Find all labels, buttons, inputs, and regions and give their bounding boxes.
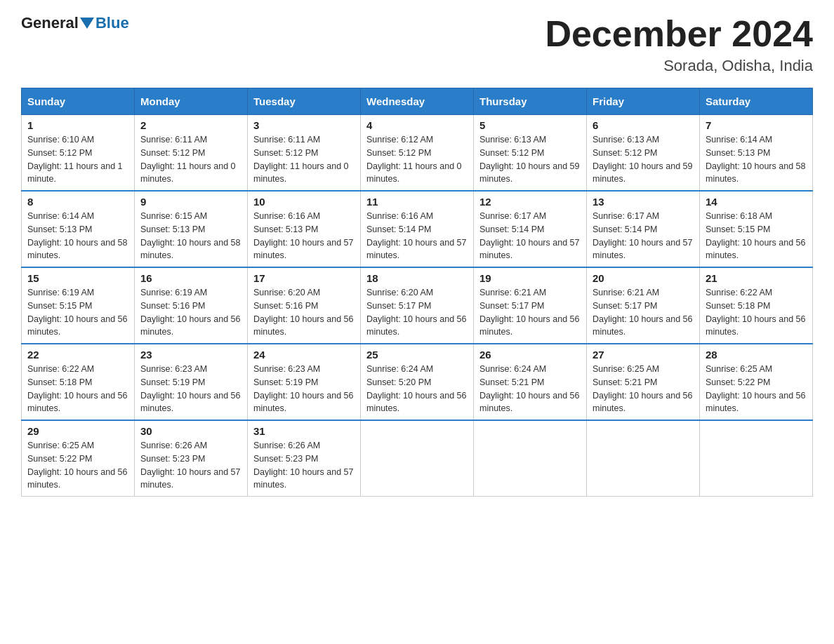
day-number: 31 [253, 425, 355, 437]
day-info: Sunrise: 6:22 AMSunset: 5:18 PMDaylight:… [27, 364, 127, 413]
day-info: Sunrise: 6:17 AMSunset: 5:14 PMDaylight:… [479, 211, 579, 260]
day-info: Sunrise: 6:12 AMSunset: 5:12 PMDaylight:… [366, 135, 462, 184]
calendar-cell [587, 420, 700, 497]
day-info: Sunrise: 6:20 AMSunset: 5:17 PMDaylight:… [366, 288, 466, 337]
day-number: 9 [140, 196, 241, 208]
day-number: 2 [140, 119, 241, 131]
day-number: 1 [27, 119, 128, 131]
logo-general-text: General [21, 14, 79, 32]
calendar-table: SundayMondayTuesdayWednesdayThursdayFrid… [21, 88, 813, 497]
calendar-cell: 18 Sunrise: 6:20 AMSunset: 5:17 PMDaylig… [361, 267, 474, 344]
calendar-cell: 19 Sunrise: 6:21 AMSunset: 5:17 PMDaylig… [474, 267, 587, 344]
calendar-week-row: 1 Sunrise: 6:10 AMSunset: 5:12 PMDayligh… [22, 115, 813, 192]
calendar-cell: 12 Sunrise: 6:17 AMSunset: 5:14 PMDaylig… [474, 191, 587, 267]
day-number: 10 [253, 196, 355, 208]
day-info: Sunrise: 6:25 AMSunset: 5:21 PMDaylight:… [593, 364, 692, 413]
day-number: 7 [706, 119, 807, 131]
day-number: 4 [366, 119, 468, 131]
day-info: Sunrise: 6:14 AMSunset: 5:13 PMDaylight:… [27, 211, 127, 260]
header-sunday: Sunday [22, 88, 135, 115]
calendar-cell [474, 420, 587, 497]
calendar-cell: 5 Sunrise: 6:13 AMSunset: 5:12 PMDayligh… [474, 115, 587, 192]
day-info: Sunrise: 6:25 AMSunset: 5:22 PMDaylight:… [706, 364, 805, 413]
page-header: General Blue December 2024 Sorada, Odish… [21, 14, 813, 75]
day-info: Sunrise: 6:22 AMSunset: 5:18 PMDaylight:… [706, 288, 805, 337]
day-info: Sunrise: 6:21 AMSunset: 5:17 PMDaylight:… [479, 288, 579, 337]
calendar-cell: 16 Sunrise: 6:19 AMSunset: 5:16 PMDaylig… [135, 267, 248, 344]
day-info: Sunrise: 6:26 AMSunset: 5:23 PMDaylight:… [253, 441, 353, 490]
calendar-cell: 27 Sunrise: 6:25 AMSunset: 5:21 PMDaylig… [587, 344, 700, 420]
day-info: Sunrise: 6:17 AMSunset: 5:14 PMDaylight:… [593, 211, 692, 260]
calendar-cell: 2 Sunrise: 6:11 AMSunset: 5:12 PMDayligh… [135, 115, 248, 192]
calendar-cell: 29 Sunrise: 6:25 AMSunset: 5:22 PMDaylig… [22, 420, 135, 497]
calendar-cell: 9 Sunrise: 6:15 AMSunset: 5:13 PMDayligh… [135, 191, 248, 267]
day-info: Sunrise: 6:19 AMSunset: 5:16 PMDaylight:… [140, 288, 240, 337]
day-info: Sunrise: 6:20 AMSunset: 5:16 PMDaylight:… [253, 288, 353, 337]
calendar-cell: 13 Sunrise: 6:17 AMSunset: 5:14 PMDaylig… [587, 191, 700, 267]
day-number: 26 [479, 349, 581, 361]
day-info: Sunrise: 6:15 AMSunset: 5:13 PMDaylight:… [140, 211, 240, 260]
calendar-cell: 17 Sunrise: 6:20 AMSunset: 5:16 PMDaylig… [248, 267, 361, 344]
day-number: 18 [366, 272, 468, 284]
calendar-cell: 31 Sunrise: 6:26 AMSunset: 5:23 PMDaylig… [248, 420, 361, 497]
day-info: Sunrise: 6:14 AMSunset: 5:13 PMDaylight:… [706, 135, 805, 184]
day-info: Sunrise: 6:16 AMSunset: 5:14 PMDaylight:… [366, 211, 466, 260]
day-info: Sunrise: 6:18 AMSunset: 5:15 PMDaylight:… [706, 211, 805, 260]
day-number: 21 [706, 272, 807, 284]
day-info: Sunrise: 6:10 AMSunset: 5:12 PMDaylight:… [27, 135, 123, 184]
day-number: 29 [27, 425, 128, 437]
day-number: 20 [593, 272, 694, 284]
day-number: 6 [593, 119, 694, 131]
day-info: Sunrise: 6:13 AMSunset: 5:12 PMDaylight:… [593, 135, 692, 184]
calendar-cell: 8 Sunrise: 6:14 AMSunset: 5:13 PMDayligh… [22, 191, 135, 267]
calendar-cell: 1 Sunrise: 6:10 AMSunset: 5:12 PMDayligh… [22, 115, 135, 192]
day-number: 25 [366, 349, 468, 361]
day-info: Sunrise: 6:11 AMSunset: 5:12 PMDaylight:… [253, 135, 349, 184]
day-number: 13 [593, 196, 694, 208]
day-info: Sunrise: 6:24 AMSunset: 5:20 PMDaylight:… [366, 364, 466, 413]
day-info: Sunrise: 6:13 AMSunset: 5:12 PMDaylight:… [479, 135, 579, 184]
day-number: 5 [479, 119, 581, 131]
month-title: December 2024 [545, 14, 813, 54]
day-number: 8 [27, 196, 128, 208]
header-thursday: Thursday [474, 88, 587, 115]
calendar-cell: 26 Sunrise: 6:24 AMSunset: 5:21 PMDaylig… [474, 344, 587, 420]
calendar-week-row: 8 Sunrise: 6:14 AMSunset: 5:13 PMDayligh… [22, 191, 813, 267]
day-number: 28 [706, 349, 807, 361]
logo-blue-text: Blue [95, 14, 129, 32]
day-info: Sunrise: 6:25 AMSunset: 5:22 PMDaylight:… [27, 441, 127, 490]
title-area: December 2024 Sorada, Odisha, India [545, 14, 813, 75]
day-info: Sunrise: 6:16 AMSunset: 5:13 PMDaylight:… [253, 211, 353, 260]
calendar-cell: 23 Sunrise: 6:23 AMSunset: 5:19 PMDaylig… [135, 344, 248, 420]
calendar-cell: 7 Sunrise: 6:14 AMSunset: 5:13 PMDayligh… [700, 115, 813, 192]
day-number: 23 [140, 349, 241, 361]
header-friday: Friday [587, 88, 700, 115]
header-wednesday: Wednesday [361, 88, 474, 115]
calendar-cell: 3 Sunrise: 6:11 AMSunset: 5:12 PMDayligh… [248, 115, 361, 192]
location-title: Sorada, Odisha, India [545, 57, 813, 75]
calendar-cell: 10 Sunrise: 6:16 AMSunset: 5:13 PMDaylig… [248, 191, 361, 267]
calendar-cell: 11 Sunrise: 6:16 AMSunset: 5:14 PMDaylig… [361, 191, 474, 267]
day-number: 15 [27, 272, 128, 284]
day-info: Sunrise: 6:23 AMSunset: 5:19 PMDaylight:… [140, 364, 240, 413]
calendar-cell: 4 Sunrise: 6:12 AMSunset: 5:12 PMDayligh… [361, 115, 474, 192]
day-number: 3 [253, 119, 355, 131]
logo-arrow-icon [80, 18, 94, 29]
day-info: Sunrise: 6:23 AMSunset: 5:19 PMDaylight:… [253, 364, 353, 413]
day-number: 12 [479, 196, 581, 208]
day-info: Sunrise: 6:19 AMSunset: 5:15 PMDaylight:… [27, 288, 127, 337]
calendar-cell: 28 Sunrise: 6:25 AMSunset: 5:22 PMDaylig… [700, 344, 813, 420]
calendar-week-row: 15 Sunrise: 6:19 AMSunset: 5:15 PMDaylig… [22, 267, 813, 344]
calendar-week-row: 22 Sunrise: 6:22 AMSunset: 5:18 PMDaylig… [22, 344, 813, 420]
header-monday: Monday [135, 88, 248, 115]
day-info: Sunrise: 6:21 AMSunset: 5:17 PMDaylight:… [593, 288, 692, 337]
day-number: 24 [253, 349, 355, 361]
day-number: 11 [366, 196, 468, 208]
day-number: 19 [479, 272, 581, 284]
calendar-cell [361, 420, 474, 497]
day-number: 22 [27, 349, 128, 361]
day-number: 27 [593, 349, 694, 361]
calendar-cell: 20 Sunrise: 6:21 AMSunset: 5:17 PMDaylig… [587, 267, 700, 344]
header-saturday: Saturday [700, 88, 813, 115]
day-info: Sunrise: 6:11 AMSunset: 5:12 PMDaylight:… [140, 135, 236, 184]
